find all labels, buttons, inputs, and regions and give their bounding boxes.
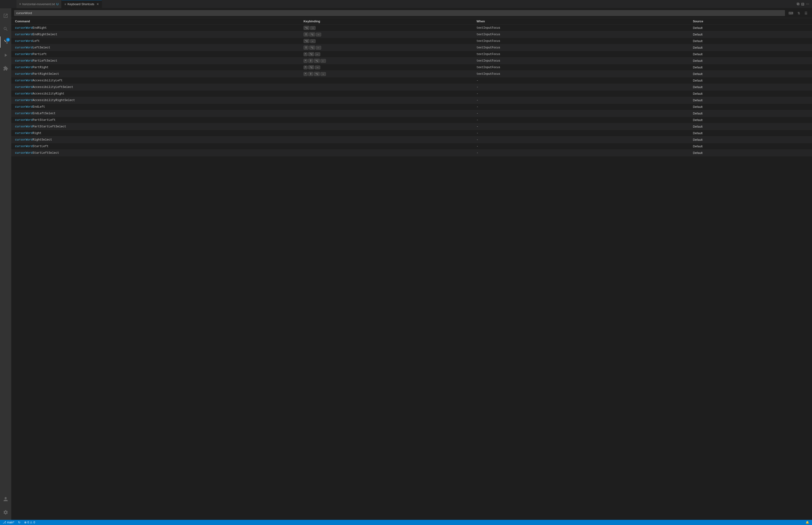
table-body: cursorWordEndRight⌥→textInputFocusDefaul… xyxy=(11,25,812,156)
branch-item[interactable]: ⎇ main* xyxy=(2,521,15,524)
table-row[interactable]: cursorWordEndLeft-Default xyxy=(11,104,812,110)
tab-file[interactable]: ≡ horizontal-movement.txt U xyxy=(16,0,62,8)
source-cell: Default xyxy=(693,65,808,69)
tab-shortcuts[interactable]: ≡ Keyboard Shortcuts × xyxy=(62,0,102,8)
when-cell: - xyxy=(476,92,693,95)
source-cell: Default xyxy=(693,52,808,56)
command-rest: PartRight xyxy=(33,66,49,69)
table-row[interactable]: cursorWordStartLeftSelect-Default xyxy=(11,150,812,156)
command-highlight: cursorWord xyxy=(15,26,33,30)
key-badge: ⇧ xyxy=(308,72,313,76)
table-row[interactable]: cursorWordPartRightSelect^⇧⌥→textInputFo… xyxy=(11,71,812,77)
sync-item[interactable]: ↻ xyxy=(17,521,21,524)
record-keys-button[interactable]: ⌨ xyxy=(787,11,795,16)
search-input[interactable] xyxy=(14,10,785,16)
table-row[interactable]: cursorWordLeft⌥←textInputFocusDefault xyxy=(11,38,812,44)
more-actions-icon[interactable]: ··· xyxy=(806,2,809,6)
keybinding-cell: ⇧⌥→ xyxy=(304,32,477,36)
sidebar-item-run[interactable] xyxy=(0,49,11,61)
table-row[interactable]: cursorWordPartRight^⌥→textInputFocusDefa… xyxy=(11,64,812,71)
when-cell: - xyxy=(476,118,693,122)
source-cell: Default xyxy=(693,125,808,128)
command-highlight: cursorWord xyxy=(15,86,33,89)
layout-icon[interactable]: ⊟ xyxy=(801,2,804,6)
keybinding-cell: ^⌥→ xyxy=(304,65,477,69)
sidebar-item-extensions[interactable] xyxy=(0,63,11,74)
table-row[interactable]: cursorWordPartLeftSelect^⇧⌥←textInputFoc… xyxy=(11,58,812,64)
when-cell: - xyxy=(476,86,693,89)
command-highlight: cursorWord xyxy=(15,79,33,82)
command-rest: RightSelect xyxy=(33,138,52,141)
content-area: ⌨ ⇅ ☰ Command Keybinding When Source cur… xyxy=(11,8,812,520)
source-cell: Default xyxy=(693,72,808,76)
when-cell: - xyxy=(476,79,693,82)
sync-icon: ↻ xyxy=(18,521,20,524)
table-row[interactable]: cursorWordStartLeft-Default xyxy=(11,143,812,150)
command-rest: AccessibilityLeft xyxy=(33,79,63,82)
command-rest: EndRight xyxy=(33,26,47,30)
key-badge: → xyxy=(316,33,321,36)
tab-shortcuts-close[interactable]: × xyxy=(96,2,99,6)
key-badge: ⌥ xyxy=(308,65,314,69)
table-row[interactable]: cursorWordPartStartLeft-Default xyxy=(11,117,812,123)
when-cell: textInputFocus xyxy=(476,40,693,43)
errors-item[interactable]: ⊗ 0 ⚠ 0 xyxy=(23,521,36,524)
command-rest: EndRightSelect xyxy=(33,33,57,36)
command-highlight: cursorWord xyxy=(15,125,33,128)
when-cell: - xyxy=(476,151,693,155)
command-rest: AccessibilityRight xyxy=(33,92,64,95)
key-badge: ^ xyxy=(304,65,308,69)
when-cell: - xyxy=(476,105,693,108)
source-cell: Default xyxy=(693,33,808,36)
key-badge: ⌥ xyxy=(314,59,320,63)
table-row[interactable]: cursorWordEndRightSelect⇧⌥→textInputFocu… xyxy=(11,31,812,38)
source-cell: Default xyxy=(693,39,808,43)
command-highlight: cursorWord xyxy=(15,33,33,36)
when-cell: textInputFocus xyxy=(476,33,693,36)
table-row[interactable]: cursorWordAccessibilityRight-Default xyxy=(11,90,812,97)
source-cell: Default xyxy=(693,145,808,148)
source-cell: Default xyxy=(693,131,808,135)
notifications-icon[interactable]: 🔔 xyxy=(805,521,810,524)
key-badge: ⌥ xyxy=(304,26,309,30)
table-row[interactable]: cursorWordAccessibilityLeft-Default xyxy=(11,77,812,84)
sidebar-item-source-control[interactable]: 4 xyxy=(0,36,11,48)
table-row[interactable]: cursorWordEndLeftSelect-Default xyxy=(11,110,812,117)
key-badge: ⌥ xyxy=(304,39,309,43)
command-rest: PartStartLeftSelect xyxy=(33,125,66,128)
table-row[interactable]: cursorWordAccessibilityLeftSelect-Defaul… xyxy=(11,84,812,90)
branch-icon: ⎇ xyxy=(3,521,6,524)
when-cell: textInputFocus xyxy=(476,59,693,62)
key-badge: ← xyxy=(321,59,326,63)
command-highlight: cursorWord xyxy=(15,105,33,108)
source-cell: Default xyxy=(693,46,808,49)
sidebar-item-account[interactable] xyxy=(0,494,11,505)
sidebar-item-settings[interactable] xyxy=(0,507,11,518)
shortcuts-table: Command Keybinding When Source cursorWor… xyxy=(11,18,812,520)
source-cell: Default xyxy=(693,85,808,89)
split-editor-icon[interactable]: ⧉ xyxy=(797,2,799,6)
table-row[interactable]: cursorWordPartStartLeftSelect-Default xyxy=(11,123,812,130)
source-cell: Default xyxy=(693,118,808,122)
table-row[interactable]: cursorWordEndRight⌥→textInputFocusDefaul… xyxy=(11,25,812,31)
source-cell: Default xyxy=(693,79,808,82)
command-rest: AccessibilityLeftSelect xyxy=(33,86,73,89)
sort-button[interactable]: ⇅ xyxy=(796,11,802,16)
when-cell: - xyxy=(476,112,693,115)
main-layout: 4 xyxy=(0,8,812,520)
command-highlight: cursorWord xyxy=(15,72,33,76)
tab-bar: ≡ horizontal-movement.txt U ≡ Keyboard S… xyxy=(0,0,812,8)
keybinding-cell: ^⌥← xyxy=(304,52,477,56)
when-cell: textInputFocus xyxy=(476,26,693,30)
command-rest: PartStartLeft xyxy=(33,118,56,122)
table-row[interactable]: cursorWordRight-Default xyxy=(11,130,812,137)
table-row[interactable]: cursorWordRightSelect-Default xyxy=(11,137,812,143)
sidebar-item-search[interactable] xyxy=(0,23,11,34)
table-row[interactable]: cursorWordAccessibilityRightSelect-Defau… xyxy=(11,97,812,104)
filter-button[interactable]: ☰ xyxy=(803,11,809,16)
table-row[interactable]: cursorWordPartLeft^⌥←textInputFocusDefau… xyxy=(11,51,812,58)
sidebar-item-explorer[interactable] xyxy=(0,10,11,21)
table-row[interactable]: cursorWordLeftSelect⇧⌥←textInputFocusDef… xyxy=(11,44,812,51)
key-badge: ⇧ xyxy=(308,59,313,63)
keybinding-cell: ⌥→ xyxy=(304,26,477,30)
